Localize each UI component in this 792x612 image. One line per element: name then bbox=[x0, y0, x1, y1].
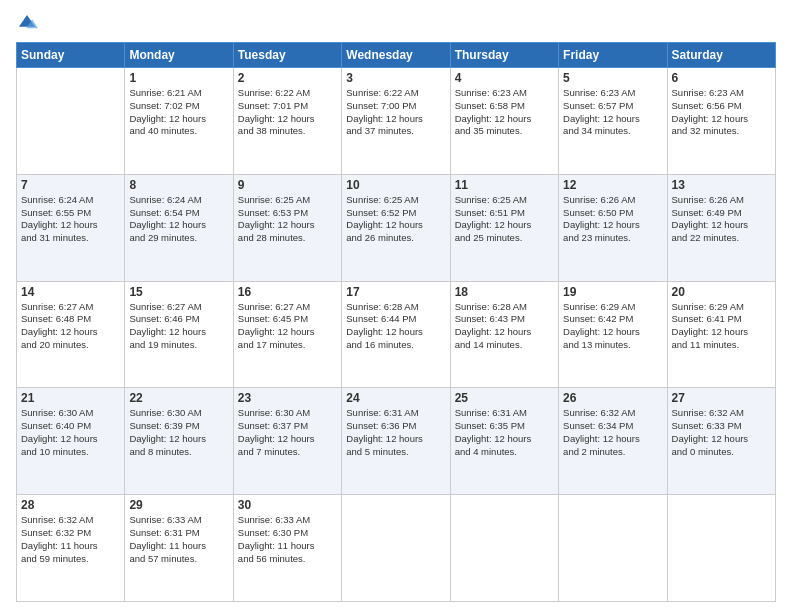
day-number: 10 bbox=[346, 178, 445, 192]
calendar-cell bbox=[17, 68, 125, 175]
day-number: 26 bbox=[563, 391, 662, 405]
calendar-cell: 30Sunrise: 6:33 AM Sunset: 6:30 PM Dayli… bbox=[233, 495, 341, 602]
calendar-cell: 17Sunrise: 6:28 AM Sunset: 6:44 PM Dayli… bbox=[342, 281, 450, 388]
calendar-cell: 4Sunrise: 6:23 AM Sunset: 6:58 PM Daylig… bbox=[450, 68, 558, 175]
day-number: 8 bbox=[129, 178, 228, 192]
weekday-header: Saturday bbox=[667, 43, 775, 68]
calendar-cell: 15Sunrise: 6:27 AM Sunset: 6:46 PM Dayli… bbox=[125, 281, 233, 388]
weekday-header: Sunday bbox=[17, 43, 125, 68]
day-number: 30 bbox=[238, 498, 337, 512]
calendar-cell: 20Sunrise: 6:29 AM Sunset: 6:41 PM Dayli… bbox=[667, 281, 775, 388]
day-detail: Sunrise: 6:33 AM Sunset: 6:30 PM Dayligh… bbox=[238, 514, 337, 565]
weekday-header: Tuesday bbox=[233, 43, 341, 68]
calendar-cell: 21Sunrise: 6:30 AM Sunset: 6:40 PM Dayli… bbox=[17, 388, 125, 495]
day-detail: Sunrise: 6:26 AM Sunset: 6:49 PM Dayligh… bbox=[672, 194, 771, 245]
day-number: 21 bbox=[21, 391, 120, 405]
day-detail: Sunrise: 6:30 AM Sunset: 6:39 PM Dayligh… bbox=[129, 407, 228, 458]
day-detail: Sunrise: 6:21 AM Sunset: 7:02 PM Dayligh… bbox=[129, 87, 228, 138]
calendar-cell: 13Sunrise: 6:26 AM Sunset: 6:49 PM Dayli… bbox=[667, 174, 775, 281]
day-number: 12 bbox=[563, 178, 662, 192]
calendar-cell: 8Sunrise: 6:24 AM Sunset: 6:54 PM Daylig… bbox=[125, 174, 233, 281]
day-number: 14 bbox=[21, 285, 120, 299]
calendar-cell: 10Sunrise: 6:25 AM Sunset: 6:52 PM Dayli… bbox=[342, 174, 450, 281]
day-number: 17 bbox=[346, 285, 445, 299]
calendar-cell: 25Sunrise: 6:31 AM Sunset: 6:35 PM Dayli… bbox=[450, 388, 558, 495]
calendar-cell: 14Sunrise: 6:27 AM Sunset: 6:48 PM Dayli… bbox=[17, 281, 125, 388]
weekday-header: Monday bbox=[125, 43, 233, 68]
day-number: 24 bbox=[346, 391, 445, 405]
day-detail: Sunrise: 6:32 AM Sunset: 6:33 PM Dayligh… bbox=[672, 407, 771, 458]
weekday-header-row: SundayMondayTuesdayWednesdayThursdayFrid… bbox=[17, 43, 776, 68]
day-detail: Sunrise: 6:30 AM Sunset: 6:37 PM Dayligh… bbox=[238, 407, 337, 458]
day-number: 20 bbox=[672, 285, 771, 299]
day-number: 6 bbox=[672, 71, 771, 85]
day-detail: Sunrise: 6:23 AM Sunset: 6:56 PM Dayligh… bbox=[672, 87, 771, 138]
day-detail: Sunrise: 6:24 AM Sunset: 6:54 PM Dayligh… bbox=[129, 194, 228, 245]
calendar-cell: 24Sunrise: 6:31 AM Sunset: 6:36 PM Dayli… bbox=[342, 388, 450, 495]
calendar-cell: 5Sunrise: 6:23 AM Sunset: 6:57 PM Daylig… bbox=[559, 68, 667, 175]
day-detail: Sunrise: 6:24 AM Sunset: 6:55 PM Dayligh… bbox=[21, 194, 120, 245]
day-detail: Sunrise: 6:27 AM Sunset: 6:48 PM Dayligh… bbox=[21, 301, 120, 352]
day-number: 19 bbox=[563, 285, 662, 299]
calendar-cell: 11Sunrise: 6:25 AM Sunset: 6:51 PM Dayli… bbox=[450, 174, 558, 281]
calendar-week-row: 28Sunrise: 6:32 AM Sunset: 6:32 PM Dayli… bbox=[17, 495, 776, 602]
weekday-header: Wednesday bbox=[342, 43, 450, 68]
logo-icon bbox=[16, 12, 38, 34]
calendar-cell bbox=[342, 495, 450, 602]
logo bbox=[16, 12, 42, 34]
day-detail: Sunrise: 6:32 AM Sunset: 6:32 PM Dayligh… bbox=[21, 514, 120, 565]
day-number: 7 bbox=[21, 178, 120, 192]
day-detail: Sunrise: 6:31 AM Sunset: 6:35 PM Dayligh… bbox=[455, 407, 554, 458]
calendar-cell: 26Sunrise: 6:32 AM Sunset: 6:34 PM Dayli… bbox=[559, 388, 667, 495]
day-detail: Sunrise: 6:22 AM Sunset: 7:01 PM Dayligh… bbox=[238, 87, 337, 138]
weekday-header: Friday bbox=[559, 43, 667, 68]
day-number: 22 bbox=[129, 391, 228, 405]
day-detail: Sunrise: 6:30 AM Sunset: 6:40 PM Dayligh… bbox=[21, 407, 120, 458]
calendar-cell bbox=[667, 495, 775, 602]
day-detail: Sunrise: 6:32 AM Sunset: 6:34 PM Dayligh… bbox=[563, 407, 662, 458]
day-number: 11 bbox=[455, 178, 554, 192]
day-number: 3 bbox=[346, 71, 445, 85]
calendar-week-row: 14Sunrise: 6:27 AM Sunset: 6:48 PM Dayli… bbox=[17, 281, 776, 388]
calendar-cell: 2Sunrise: 6:22 AM Sunset: 7:01 PM Daylig… bbox=[233, 68, 341, 175]
day-number: 29 bbox=[129, 498, 228, 512]
day-detail: Sunrise: 6:25 AM Sunset: 6:53 PM Dayligh… bbox=[238, 194, 337, 245]
day-number: 23 bbox=[238, 391, 337, 405]
day-number: 28 bbox=[21, 498, 120, 512]
day-detail: Sunrise: 6:25 AM Sunset: 6:52 PM Dayligh… bbox=[346, 194, 445, 245]
calendar-cell: 18Sunrise: 6:28 AM Sunset: 6:43 PM Dayli… bbox=[450, 281, 558, 388]
day-number: 27 bbox=[672, 391, 771, 405]
calendar-cell bbox=[559, 495, 667, 602]
calendar-cell: 3Sunrise: 6:22 AM Sunset: 7:00 PM Daylig… bbox=[342, 68, 450, 175]
day-detail: Sunrise: 6:33 AM Sunset: 6:31 PM Dayligh… bbox=[129, 514, 228, 565]
day-number: 1 bbox=[129, 71, 228, 85]
day-detail: Sunrise: 6:28 AM Sunset: 6:44 PM Dayligh… bbox=[346, 301, 445, 352]
day-number: 16 bbox=[238, 285, 337, 299]
day-number: 15 bbox=[129, 285, 228, 299]
day-detail: Sunrise: 6:28 AM Sunset: 6:43 PM Dayligh… bbox=[455, 301, 554, 352]
day-number: 4 bbox=[455, 71, 554, 85]
calendar-cell: 1Sunrise: 6:21 AM Sunset: 7:02 PM Daylig… bbox=[125, 68, 233, 175]
calendar-cell: 22Sunrise: 6:30 AM Sunset: 6:39 PM Dayli… bbox=[125, 388, 233, 495]
calendar-table: SundayMondayTuesdayWednesdayThursdayFrid… bbox=[16, 42, 776, 602]
day-detail: Sunrise: 6:29 AM Sunset: 6:41 PM Dayligh… bbox=[672, 301, 771, 352]
calendar-cell bbox=[450, 495, 558, 602]
day-detail: Sunrise: 6:25 AM Sunset: 6:51 PM Dayligh… bbox=[455, 194, 554, 245]
day-detail: Sunrise: 6:29 AM Sunset: 6:42 PM Dayligh… bbox=[563, 301, 662, 352]
calendar-cell: 27Sunrise: 6:32 AM Sunset: 6:33 PM Dayli… bbox=[667, 388, 775, 495]
calendar-cell: 19Sunrise: 6:29 AM Sunset: 6:42 PM Dayli… bbox=[559, 281, 667, 388]
calendar-page: SundayMondayTuesdayWednesdayThursdayFrid… bbox=[0, 0, 792, 612]
day-detail: Sunrise: 6:22 AM Sunset: 7:00 PM Dayligh… bbox=[346, 87, 445, 138]
header bbox=[16, 12, 776, 34]
calendar-cell: 29Sunrise: 6:33 AM Sunset: 6:31 PM Dayli… bbox=[125, 495, 233, 602]
calendar-cell: 23Sunrise: 6:30 AM Sunset: 6:37 PM Dayli… bbox=[233, 388, 341, 495]
day-detail: Sunrise: 6:23 AM Sunset: 6:58 PM Dayligh… bbox=[455, 87, 554, 138]
day-number: 2 bbox=[238, 71, 337, 85]
weekday-header: Thursday bbox=[450, 43, 558, 68]
day-detail: Sunrise: 6:26 AM Sunset: 6:50 PM Dayligh… bbox=[563, 194, 662, 245]
day-number: 25 bbox=[455, 391, 554, 405]
day-detail: Sunrise: 6:23 AM Sunset: 6:57 PM Dayligh… bbox=[563, 87, 662, 138]
day-number: 18 bbox=[455, 285, 554, 299]
calendar-cell: 7Sunrise: 6:24 AM Sunset: 6:55 PM Daylig… bbox=[17, 174, 125, 281]
calendar-cell: 9Sunrise: 6:25 AM Sunset: 6:53 PM Daylig… bbox=[233, 174, 341, 281]
